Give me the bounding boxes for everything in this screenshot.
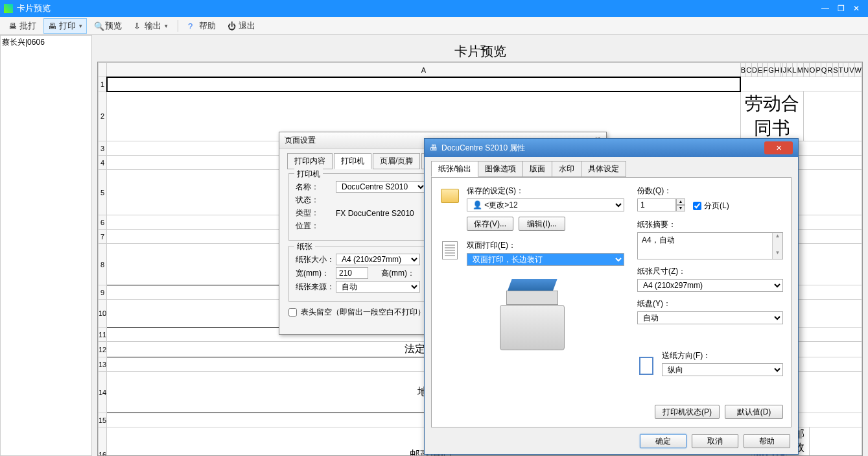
col-header[interactable]: B — [740, 63, 745, 77]
row-header[interactable]: 14 — [99, 372, 107, 413]
tab-image-options[interactable]: 图像选项 — [478, 161, 523, 177]
col-header[interactable]: H — [774, 63, 780, 77]
col-header[interactable]: E — [758, 63, 763, 77]
paper-size-select[interactable]: A4 (210x297mm) — [336, 254, 420, 265]
tray-select[interactable]: 自动 — [637, 311, 783, 324]
scroll-up[interactable]: ▲ — [773, 233, 782, 242]
tab-watermark[interactable]: 水印 — [552, 161, 581, 177]
spin-down[interactable]: ▼ — [676, 205, 685, 211]
printer-status-button[interactable]: 打印机状态(P) — [655, 405, 720, 419]
height-label: 高(mm)： — [381, 268, 415, 279]
export-button[interactable]: ⇩输出 — [129, 18, 172, 34]
col-header[interactable]: S — [833, 63, 838, 77]
header-blank-check[interactable] — [288, 308, 297, 317]
row-header[interactable]: 9 — [99, 285, 107, 300]
magnifier-icon: 🔍 — [94, 21, 103, 30]
row-header[interactable]: 5 — [99, 170, 107, 215]
paper-source-select[interactable]: 自动 — [336, 281, 420, 293]
scroll-down[interactable]: ▼ — [773, 250, 782, 259]
row-header[interactable]: 2 — [99, 91, 107, 141]
row-header[interactable]: 4 — [99, 156, 107, 170]
copies-spinner[interactable]: ▲▼ — [637, 198, 685, 211]
cell[interactable] — [107, 77, 741, 91]
collate-check[interactable] — [693, 202, 701, 210]
col-header[interactable]: M — [797, 63, 803, 77]
printer-icon: 🖶 — [8, 21, 18, 30]
col-header[interactable]: K — [787, 63, 792, 77]
col-header[interactable]: Q — [821, 63, 827, 77]
papersize-label: 纸张尺寸(Z)： — [637, 266, 783, 277]
row-header[interactable]: 8 — [99, 244, 107, 285]
col-header[interactable]: W — [854, 63, 862, 77]
col-header[interactable]: T — [838, 63, 843, 77]
row-header[interactable]: 6 — [99, 215, 107, 230]
summary-label: 纸张摘要： — [637, 219, 783, 230]
col-header[interactable]: V — [849, 63, 854, 77]
spin-up[interactable]: ▲ — [676, 198, 685, 205]
dialog2-body: 保存的设定(S)： 👤 <更改>12 保存(V)... 编辑(I)... 双面打… — [431, 177, 792, 427]
dialog2-title[interactable]: 🖶 DocuCentre S2010 属性 ✕ — [425, 139, 798, 157]
dialog2-buttons: 确定 取消 帮助 — [425, 434, 798, 455]
width-input[interactable] — [336, 267, 368, 279]
portrait-icon — [637, 355, 655, 376]
col-header[interactable]: C — [746, 63, 752, 77]
edit-button[interactable]: 编辑(I)... — [519, 217, 565, 231]
tab-printer[interactable]: 打印机 — [334, 153, 371, 169]
collate-checkbox[interactable]: 分页(L) — [693, 200, 729, 211]
col-header[interactable]: O — [809, 63, 815, 77]
col-header[interactable]: D — [752, 63, 758, 77]
row-header[interactable]: 11 — [99, 328, 107, 342]
dialog2-tabs: 纸张/输出 图像选项 版面 水印 具体设定 — [425, 157, 798, 177]
close-window-button[interactable]: ✕ — [849, 3, 864, 14]
summary-listbox[interactable]: A4，自动 ▲▼ — [637, 232, 783, 259]
batch-print-button[interactable]: 🖶批打 — [4, 18, 41, 34]
row-header[interactable]: 1 — [99, 77, 107, 91]
col-header[interactable]: R — [827, 63, 833, 77]
copies-input[interactable] — [637, 198, 676, 211]
row-header[interactable]: 13 — [99, 357, 107, 372]
summary-value: A4，自动 — [642, 235, 675, 245]
save-button[interactable]: 保存(V)... — [467, 217, 513, 231]
cancel-button[interactable]: 取消 — [692, 434, 738, 448]
col-header[interactable]: G — [768, 63, 775, 77]
record-item[interactable]: 蔡长兴|0606 — [2, 37, 90, 48]
printer-name-select[interactable]: DocuCentre S2010 — [336, 181, 427, 193]
saved-settings-select[interactable]: 👤 <更改>12 — [467, 198, 624, 211]
row-header[interactable]: 15 — [99, 413, 107, 427]
col-header[interactable]: F — [763, 63, 768, 77]
batch-print-label: 批打 — [19, 20, 36, 32]
col-header[interactable]: P — [815, 63, 821, 77]
duplex-select[interactable]: 双面打印，长边装订 — [467, 253, 624, 266]
tab-paper-output[interactable]: 纸张/输出 — [431, 161, 478, 177]
ok-button[interactable]: 确定 — [640, 434, 686, 448]
preview-button[interactable]: 🔍预览 — [89, 18, 126, 34]
type-label: 类型： — [296, 208, 336, 219]
row-header[interactable]: 16 — [99, 427, 107, 457]
help-button[interactable]: ?帮助 — [183, 18, 220, 34]
exit-label: 退出 — [239, 20, 255, 32]
col-header[interactable]: A — [107, 63, 741, 77]
dialog-title-text: 页面设置 — [285, 135, 316, 146]
row-header[interactable]: 7 — [99, 230, 107, 244]
papersize-select[interactable]: A4 (210x297mm) — [637, 279, 783, 292]
row-header[interactable]: 3 — [99, 141, 107, 156]
orientation-select[interactable]: 纵向 — [662, 363, 783, 376]
col-header[interactable]: N — [803, 63, 809, 77]
minimize-button[interactable]: — — [817, 3, 833, 14]
help-button[interactable]: 帮助 — [744, 434, 790, 448]
tab-header-footer[interactable]: 页眉/页脚 — [373, 153, 420, 169]
tab-print-content[interactable]: 打印内容 — [287, 153, 333, 169]
exit-button[interactable]: ⏻退出 — [223, 18, 260, 34]
col-header[interactable]: L — [792, 63, 797, 77]
dialog2-title-text: DocuCentre S2010 属性 — [441, 143, 525, 154]
row-header[interactable]: 12 — [99, 342, 107, 357]
tab-layout[interactable]: 版面 — [522, 161, 552, 177]
row-header[interactable]: 10 — [99, 300, 107, 328]
defaults-button[interactable]: 默认值(D) — [725, 405, 783, 419]
maximize-button[interactable]: ❐ — [833, 3, 849, 14]
export-icon: ⇩ — [134, 21, 143, 30]
tab-detailed[interactable]: 具体设定 — [581, 161, 626, 177]
print-button[interactable]: 🖶打印 — [43, 18, 87, 34]
col-header[interactable]: U — [843, 63, 849, 77]
close-button[interactable]: ✕ — [764, 141, 793, 154]
